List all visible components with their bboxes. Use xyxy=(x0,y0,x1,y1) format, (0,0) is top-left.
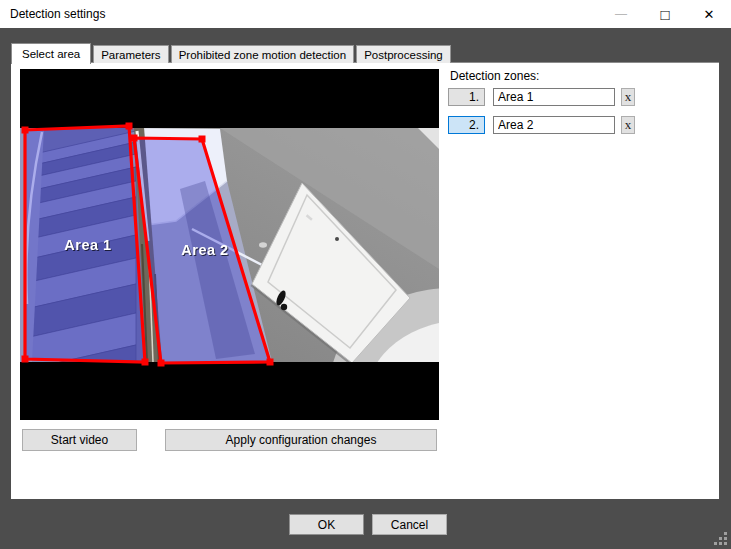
apply-configuration-button[interactable]: Apply configuration changes xyxy=(165,429,437,451)
tab-select-area[interactable]: Select area xyxy=(11,43,91,64)
titlebar: Detection settings — □ ✕ xyxy=(0,0,731,28)
detection-zones-heading: Detection zones: xyxy=(450,69,539,83)
maximize-button[interactable]: □ xyxy=(643,0,687,28)
tab-strip: Select area Parameters Prohibited zone m… xyxy=(11,42,451,63)
zone-1-index-button[interactable]: 1. xyxy=(448,88,485,106)
zone-2-index-button[interactable]: 2. xyxy=(448,116,485,134)
zone-2-remove-button[interactable]: x xyxy=(621,116,635,134)
camera-frame: Area 1 Area 2 xyxy=(20,69,439,420)
zone-1-remove-button[interactable]: x xyxy=(621,88,635,106)
window-controls: — □ ✕ xyxy=(599,0,731,28)
cancel-button[interactable]: Cancel xyxy=(372,514,447,535)
zone-2-name-input[interactable] xyxy=(493,116,615,134)
select-area-tab-page: Area 1 Area 2 Start video Apply configur… xyxy=(11,62,719,499)
window-title: Detection settings xyxy=(0,7,599,21)
ok-button[interactable]: OK xyxy=(289,514,364,535)
peephole xyxy=(335,237,339,241)
video-preview[interactable]: Area 1 Area 2 xyxy=(20,69,439,420)
zone-row-1: 1. x xyxy=(448,88,638,106)
close-button[interactable]: ✕ xyxy=(687,0,731,28)
maximize-icon: □ xyxy=(660,6,669,23)
tab-postprocessing[interactable]: Postprocessing xyxy=(356,45,451,63)
detection-settings-dialog: Detection settings — □ ✕ Select area Par… xyxy=(0,0,731,549)
zone-row-2: 2. x xyxy=(448,116,638,134)
tab-parameters[interactable]: Parameters xyxy=(93,45,168,63)
resize-grip-icon[interactable] xyxy=(714,532,728,546)
minimize-button[interactable]: — xyxy=(599,0,643,28)
start-video-button[interactable]: Start video xyxy=(22,429,137,451)
zone-1-name-input[interactable] xyxy=(493,88,615,106)
minimize-icon: — xyxy=(615,7,627,21)
zone-label-area1: Area 1 xyxy=(64,237,111,253)
tab-prohibited-zone-motion-detection[interactable]: Prohibited zone motion detection xyxy=(171,45,355,63)
zone-label-area2: Area 2 xyxy=(181,242,228,258)
close-icon: ✕ xyxy=(704,7,715,22)
